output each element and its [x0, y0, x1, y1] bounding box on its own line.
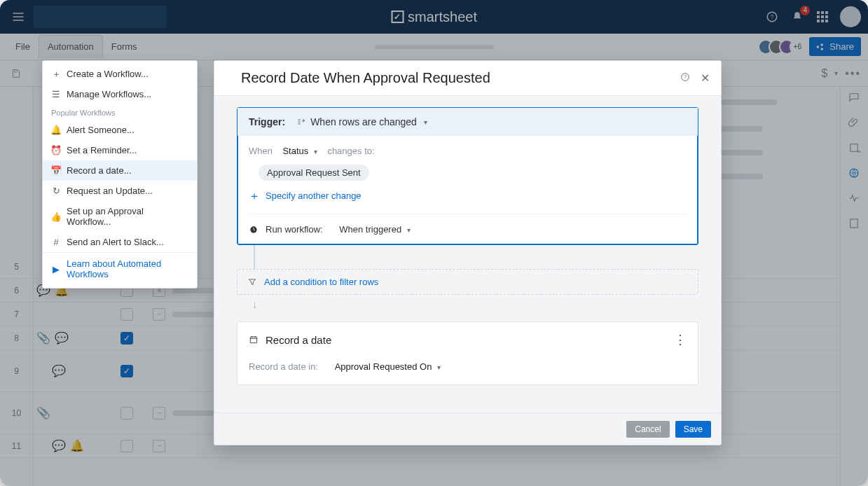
modal-title: Record Date When Approval Requested: [241, 70, 490, 86]
automation-dropdown: ＋ Create a Workflow... ☰ Manage Workflow…: [42, 60, 198, 289]
refresh-icon: ↻: [51, 186, 61, 196]
calendar-icon: 📅: [51, 166, 61, 176]
dd-set-reminder[interactable]: ⏰ Set a Reminder...: [43, 140, 197, 160]
action-title: Record a date: [266, 334, 331, 346]
dd-alert-someone[interactable]: 🔔 Alert Someone...: [43, 120, 197, 140]
dd-record-date[interactable]: 📅 Record a date...: [43, 160, 197, 181]
svg-rect-9: [250, 337, 256, 343]
run-workflow-label: Run workflow:: [266, 224, 323, 235]
calendar-icon: [249, 335, 259, 345]
trigger-label: Trigger:: [249, 116, 285, 127]
dd-section-label: Popular Workflows: [43, 104, 197, 120]
svg-text:?: ?: [684, 74, 687, 79]
clock-icon: ⏰: [51, 146, 61, 155]
thumbs-up-icon: 👍: [51, 211, 61, 221]
trigger-card: Trigger: When rows are changed ▾ When St…: [237, 107, 698, 245]
modal-header: Record Date When Approval Requested ? ✕: [214, 61, 721, 96]
arrow-down-icon: ↓: [252, 299, 698, 310]
play-icon: ▶: [51, 264, 61, 274]
chevron-down-icon: ▾: [407, 226, 411, 234]
chevron-down-icon: ▾: [424, 118, 427, 126]
cancel-button[interactable]: Cancel: [626, 421, 669, 438]
action-more-icon[interactable]: ⋮: [674, 332, 687, 347]
modal-footer: Cancel Save: [214, 412, 721, 445]
changes-to-label: changes to:: [327, 146, 374, 156]
chevron-down-icon: ▾: [314, 148, 317, 155]
record-in-label: Record a date in:: [249, 361, 318, 372]
bell-icon: 🔔: [51, 125, 61, 135]
clock-icon: [249, 225, 259, 235]
filter-icon: [247, 277, 257, 287]
dd-learn-link[interactable]: ▶ Learn about Automated Workflows: [43, 252, 197, 285]
modal-close-icon[interactable]: ✕: [701, 71, 710, 85]
trigger-type-select[interactable]: When rows are changed ▾: [296, 116, 427, 127]
specify-another-change[interactable]: ＋ Specify another change: [249, 181, 687, 211]
action-card: Record a date ⋮ Record a date in: Approv…: [237, 321, 698, 385]
chevron-down-icon: ▾: [437, 363, 441, 371]
plus-icon: ＋: [51, 69, 61, 79]
run-workflow-select[interactable]: When triggered ▾: [339, 224, 411, 235]
dd-create-workflow[interactable]: ＋ Create a Workflow...: [43, 64, 197, 84]
dd-manage-workflows[interactable]: ☰ Manage Workflows...: [43, 84, 197, 104]
plus-icon: ＋: [249, 191, 260, 201]
connector-line: [254, 245, 255, 269]
record-in-select[interactable]: Approval Requested On ▾: [335, 361, 441, 372]
save-button[interactable]: Save: [675, 421, 711, 438]
slack-icon: #: [51, 237, 61, 247]
add-condition[interactable]: Add a condition to filter rows: [237, 269, 698, 295]
when-label: When: [249, 146, 273, 156]
when-field-select[interactable]: Status ▾: [282, 146, 319, 156]
modal-help-icon[interactable]: ?: [680, 71, 691, 85]
dd-slack-alert[interactable]: # Send an Alert to Slack...: [43, 232, 197, 252]
manage-icon: ☰: [51, 90, 61, 99]
dd-approval-workflow[interactable]: 👍 Set up an Approval Workflow...: [43, 201, 197, 232]
dd-request-update[interactable]: ↻ Request an Update...: [43, 181, 197, 201]
trigger-value-chip[interactable]: Approval Request Sent: [259, 165, 369, 181]
workflow-modal: Record Date When Approval Requested ? ✕ …: [214, 60, 722, 445]
